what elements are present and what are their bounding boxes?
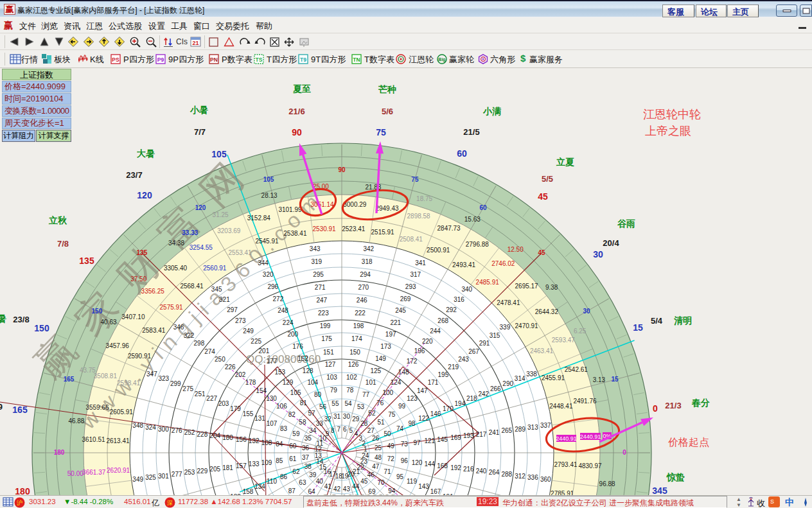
svg-text:219: 219 bbox=[448, 363, 459, 371]
svg-text:195: 195 bbox=[438, 371, 449, 378]
svg-text:74: 74 bbox=[396, 425, 404, 432]
svg-text:127: 127 bbox=[325, 361, 336, 368]
svg-text:94: 94 bbox=[388, 487, 396, 495]
svg-text:157: 157 bbox=[236, 462, 247, 469]
svg-text:275: 275 bbox=[182, 385, 193, 392]
svg-text:79: 79 bbox=[330, 387, 338, 394]
svg-text:15.63: 15.63 bbox=[464, 216, 481, 223]
svg-text:143: 143 bbox=[418, 483, 429, 490]
svg-text:小暑: 小暑 bbox=[190, 105, 208, 115]
svg-text:深: 深 bbox=[167, 500, 173, 506]
svg-text:30: 30 bbox=[343, 413, 351, 420]
svg-text:64: 64 bbox=[308, 488, 316, 495]
svg-text:5/5: 5/5 bbox=[542, 174, 553, 184]
svg-text:180: 180 bbox=[54, 449, 65, 456]
svg-text:200: 200 bbox=[287, 331, 298, 338]
svg-text:268: 268 bbox=[437, 317, 448, 324]
svg-text:298: 298 bbox=[194, 340, 205, 347]
svg-text:7/7: 7/7 bbox=[194, 127, 206, 137]
svg-text:122: 122 bbox=[418, 415, 429, 422]
svg-text:江恩轮中轮: 江恩轮中轮 bbox=[643, 108, 701, 121]
svg-text:343: 343 bbox=[310, 245, 321, 252]
svg-text:135: 135 bbox=[79, 256, 94, 266]
svg-text:21/6: 21/6 bbox=[288, 107, 304, 116]
svg-text:50.00: 50.00 bbox=[67, 470, 84, 477]
svg-text:23/7: 23/7 bbox=[126, 170, 142, 180]
svg-text:55: 55 bbox=[331, 400, 339, 407]
svg-text:3661.37: 3661.37 bbox=[82, 469, 106, 476]
svg-text:0: 0 bbox=[653, 403, 658, 414]
svg-text:处暑: 处暑 bbox=[0, 313, 6, 324]
svg-text:2508.41: 2508.41 bbox=[400, 236, 423, 243]
svg-text:241: 241 bbox=[489, 429, 500, 436]
svg-text:293: 293 bbox=[405, 283, 416, 290]
svg-text:150: 150 bbox=[34, 323, 49, 333]
svg-text:317: 317 bbox=[410, 271, 421, 278]
svg-text:TS: TS bbox=[256, 57, 263, 63]
svg-text:34: 34 bbox=[309, 427, 317, 434]
svg-text:2583.41: 2583.41 bbox=[142, 327, 166, 334]
svg-text:2463.41: 2463.41 bbox=[530, 347, 554, 355]
svg-text:227: 227 bbox=[206, 395, 217, 402]
svg-text:288: 288 bbox=[501, 471, 512, 478]
svg-text:2847.73: 2847.73 bbox=[437, 225, 461, 232]
svg-text:75: 75 bbox=[376, 127, 386, 137]
svg-text:40: 40 bbox=[316, 478, 324, 485]
svg-text:29: 29 bbox=[352, 416, 360, 423]
svg-text:344: 344 bbox=[258, 259, 269, 267]
svg-text:60: 60 bbox=[479, 204, 487, 211]
svg-text:42: 42 bbox=[333, 486, 341, 493]
svg-text:2455.91: 2455.91 bbox=[542, 374, 565, 381]
svg-text:3356.25: 3356.25 bbox=[141, 288, 165, 295]
svg-text:110: 110 bbox=[267, 478, 277, 485]
svg-text:2515.91: 2515.91 bbox=[371, 229, 395, 236]
svg-text:2898.58: 2898.58 bbox=[407, 213, 431, 220]
svg-text:45: 45 bbox=[360, 478, 368, 485]
svg-text:30: 30 bbox=[583, 308, 591, 315]
svg-text:271: 271 bbox=[315, 284, 326, 291]
svg-text:6.25: 6.25 bbox=[574, 328, 587, 335]
svg-text:2542.61: 2542.61 bbox=[565, 366, 588, 373]
svg-text:150: 150 bbox=[92, 308, 103, 315]
svg-text:70: 70 bbox=[378, 479, 385, 486]
svg-text:TN: TN bbox=[353, 57, 360, 63]
svg-text:165: 165 bbox=[64, 376, 75, 383]
svg-text:242: 242 bbox=[478, 390, 489, 398]
svg-text:47: 47 bbox=[372, 463, 380, 470]
svg-text:247: 247 bbox=[316, 297, 327, 304]
svg-text:337: 337 bbox=[540, 422, 551, 429]
svg-text:102: 102 bbox=[346, 374, 357, 381]
svg-text:2493.41: 2493.41 bbox=[452, 261, 476, 268]
svg-text:2598.41: 2598.41 bbox=[117, 380, 141, 387]
svg-text:21: 21 bbox=[192, 40, 199, 46]
svg-text:2440.91: 2440.91 bbox=[580, 434, 601, 440]
svg-text:245: 245 bbox=[395, 307, 406, 314]
svg-text:315: 315 bbox=[490, 332, 500, 339]
svg-text:181: 181 bbox=[222, 464, 233, 471]
svg-text:132: 132 bbox=[249, 437, 260, 444]
svg-text:87: 87 bbox=[288, 487, 296, 495]
svg-text:86: 86 bbox=[280, 473, 288, 480]
svg-text:226: 226 bbox=[225, 363, 236, 371]
svg-text:2620.91: 2620.91 bbox=[107, 467, 130, 474]
svg-text:61: 61 bbox=[289, 455, 297, 462]
svg-text:316: 316 bbox=[454, 296, 464, 303]
svg-text:沪: 沪 bbox=[17, 500, 22, 506]
svg-text:98: 98 bbox=[408, 420, 416, 427]
svg-text:46.88: 46.88 bbox=[68, 417, 84, 425]
svg-text:35: 35 bbox=[304, 435, 312, 442]
svg-text:37.50: 37.50 bbox=[130, 276, 146, 283]
svg-text:3101.99: 3101.99 bbox=[278, 206, 302, 213]
svg-text:125: 125 bbox=[370, 367, 381, 374]
svg-text:345: 345 bbox=[652, 486, 667, 495]
svg-text:15: 15 bbox=[633, 322, 643, 333]
svg-text:290: 290 bbox=[502, 380, 513, 387]
svg-text:7: 7 bbox=[337, 426, 340, 433]
svg-text:4830.97: 4830.97 bbox=[578, 462, 602, 469]
svg-text:248: 248 bbox=[278, 307, 288, 314]
svg-text:21/3: 21/3 bbox=[665, 401, 681, 410]
svg-text:82: 82 bbox=[288, 411, 296, 418]
svg-text:价格起点: 价格起点 bbox=[668, 437, 709, 448]
svg-text:135: 135 bbox=[137, 249, 148, 256]
svg-text:266: 266 bbox=[490, 385, 501, 392]
